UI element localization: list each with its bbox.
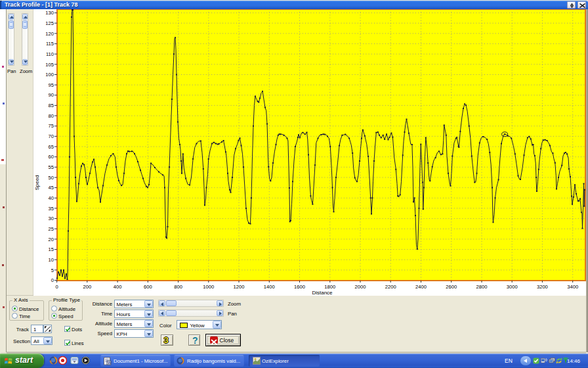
svg-text:600: 600: [144, 284, 152, 290]
svg-text:45: 45: [49, 185, 54, 191]
svg-text:Distance: Distance: [312, 290, 333, 296]
svg-text:50: 50: [49, 175, 54, 181]
svg-text:80: 80: [49, 113, 54, 119]
svg-text:65: 65: [49, 144, 54, 150]
svg-text:200: 200: [83, 284, 91, 290]
svg-text:55: 55: [49, 164, 54, 170]
svg-text:2400: 2400: [415, 284, 427, 290]
svg-text:3200: 3200: [537, 284, 548, 290]
svg-text:120: 120: [45, 31, 54, 37]
svg-text:1800: 1800: [324, 284, 335, 290]
svg-text:2000: 2000: [355, 284, 366, 290]
svg-text:105: 105: [45, 62, 54, 68]
svg-text:5: 5: [51, 267, 54, 273]
svg-text:1400: 1400: [264, 284, 275, 290]
svg-text:800: 800: [174, 284, 182, 290]
svg-text:3000: 3000: [507, 284, 518, 290]
svg-text:115: 115: [46, 41, 54, 47]
svg-text:70: 70: [49, 133, 54, 139]
svg-text:95: 95: [49, 82, 54, 88]
svg-text:15: 15: [49, 246, 54, 252]
svg-text:75: 75: [49, 123, 54, 129]
svg-text:60: 60: [49, 154, 54, 160]
svg-text:40: 40: [49, 195, 54, 201]
svg-text:1000: 1000: [203, 284, 214, 290]
svg-text:1600: 1600: [294, 284, 305, 290]
svg-text:0: 0: [55, 284, 58, 290]
svg-text:110: 110: [46, 51, 54, 57]
svg-text:125: 125: [45, 20, 54, 26]
svg-text:2800: 2800: [476, 284, 488, 290]
svg-text:35: 35: [49, 206, 54, 212]
svg-text:30: 30: [49, 216, 54, 221]
svg-text:85: 85: [49, 103, 54, 108]
svg-text:400: 400: [114, 284, 122, 290]
svg-text:100: 100: [45, 72, 54, 78]
svg-text:1200: 1200: [234, 284, 245, 290]
svg-text:25: 25: [49, 226, 54, 232]
svg-text:2200: 2200: [385, 284, 396, 290]
svg-text:2600: 2600: [446, 284, 457, 290]
svg-text:20: 20: [49, 237, 54, 242]
svg-text:W: W: [108, 361, 112, 365]
svg-text:3400: 3400: [567, 284, 578, 290]
svg-text:Speed: Speed: [34, 175, 40, 190]
svg-text:10: 10: [49, 257, 54, 263]
svg-text:0: 0: [51, 277, 54, 283]
svg-text:90: 90: [49, 92, 54, 98]
svg-text:130: 130: [45, 10, 54, 16]
